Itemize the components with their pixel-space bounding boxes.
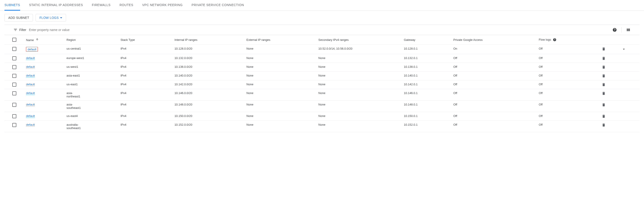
cell-external-ip: None [245,112,317,121]
subnet-name-link[interactable]: default [26,83,35,86]
cell-external-ip: None [245,54,317,63]
cell-stack-type: IPv4 [119,63,173,72]
subnet-name-link[interactable]: default [26,123,35,127]
subnets-table: Name Region Stack Type Internal IP range… [4,35,640,132]
row-checkbox[interactable] [12,74,16,78]
cell-stack-type: IPv4 [119,121,173,132]
filter-input[interactable] [29,27,610,33]
delete-icon[interactable] [602,65,618,69]
cell-gateway: 10.148.0.1 [402,100,452,112]
column-settings-icon[interactable] [626,28,630,32]
cell-secondary-ip: None [317,54,402,63]
action-bar: ADD SUBNET FLOW LOGS [0,11,644,25]
cell-internal-ip: 10.128.0.0/20 [173,45,244,54]
cell-flow-logs: Off [537,100,600,112]
row-checkbox[interactable] [12,123,16,127]
cell-external-ip: None [245,72,317,80]
row-checkbox[interactable] [12,56,16,60]
subnet-name-link[interactable]: default [26,65,35,69]
cell-pga: Off [452,80,537,89]
filter-icon [14,28,18,32]
cell-pga: Off [452,72,537,80]
cell-flow-logs: Off [537,89,600,100]
row-checkbox[interactable] [12,114,16,118]
table-row: default asia-east1 IPv4 10.140.0.0/20 No… [4,72,640,80]
cell-pga: Off [452,89,537,100]
cell-internal-ip: 10.150.0.0/20 [173,112,244,121]
tab-subnets[interactable]: SUBNETS [4,0,20,11]
cell-secondary-ip: None [317,80,402,89]
cell-gateway: 10.142.0.1 [402,80,452,89]
cell-external-ip: None [245,89,317,100]
delete-icon[interactable] [602,103,618,107]
cell-pga: Off [452,121,537,132]
subnet-name-link[interactable]: default [28,48,36,51]
cell-external-ip: None [245,121,317,132]
row-checkbox[interactable] [12,103,16,107]
select-all-checkbox[interactable] [12,38,16,42]
delete-icon[interactable] [602,83,618,87]
delete-icon[interactable] [602,47,618,51]
delete-icon[interactable] [602,56,618,60]
tab-routes[interactable]: ROUTES [120,0,133,11]
column-header-secondary-ip[interactable]: Secondary IPv4 ranges [317,35,402,45]
row-checkbox[interactable] [12,91,16,95]
row-checkbox[interactable] [12,65,16,69]
tab-static-internal-ip[interactable]: STATIC INTERNAL IP ADDRESSES [29,0,83,11]
cell-region: australia-southeast1 [65,121,119,132]
expand-row-icon[interactable] [622,47,638,51]
delete-icon[interactable] [602,114,618,118]
tab-vpc-peering[interactable]: VPC NETWORK PEERING [142,0,183,11]
cell-gateway: 10.150.0.1 [402,112,452,121]
row-checkbox[interactable] [12,83,16,87]
delete-icon[interactable] [602,74,618,78]
cell-gateway: 10.146.0.1 [402,89,452,100]
cell-region: us-east1 [65,80,119,89]
tab-firewalls[interactable]: FIREWALLS [92,0,110,11]
column-header-region[interactable]: Region [65,35,119,45]
table-header-row: Name Region Stack Type Internal IP range… [4,35,640,45]
filter-text: Filter [19,28,26,32]
table-row: default europe-west1 IPv4 10.132.0.0/20 … [4,54,640,63]
filter-label-group: Filter [14,28,26,32]
cell-name: default [24,100,65,112]
help-icon[interactable] [612,28,617,32]
cell-region: us-east4 [65,112,119,121]
cell-region: us-central1 [65,45,119,54]
row-checkbox[interactable] [12,47,16,51]
cell-stack-type: IPv4 [119,89,173,100]
subnet-name-link[interactable]: default [26,74,35,77]
column-header-name[interactable]: Name [24,35,65,45]
flow-logs-help-icon[interactable] [553,38,556,42]
cell-pga: Off [452,63,537,72]
column-header-internal-ip[interactable]: Internal IP ranges [173,35,244,45]
column-header-flow-logs[interactable]: Flow logs [537,35,600,45]
cell-name: default [24,63,65,72]
delete-icon[interactable] [602,123,618,127]
cell-flow-logs: Off [537,63,600,72]
subnet-name-link[interactable]: default [26,91,35,95]
add-subnet-button[interactable]: ADD SUBNET [4,14,33,22]
flow-logs-dropdown[interactable]: FLOW LOGS [36,14,66,22]
cell-flow-logs: Off [537,121,600,132]
cell-secondary-ip: None [317,89,402,100]
cell-flow-logs: Off [537,80,600,89]
cell-name: default [24,72,65,80]
table-row: default us-west1 IPv4 10.138.0.0/20 None… [4,63,640,72]
filter-bar: Filter [4,25,640,35]
cell-name: default [24,45,65,54]
column-header-stack-type[interactable]: Stack Type [119,35,173,45]
subnet-name-link[interactable]: default [26,56,35,60]
delete-icon[interactable] [602,91,618,95]
cell-pga: On [452,45,537,54]
column-header-external-ip[interactable]: External IP ranges [245,35,317,45]
subnet-name-link[interactable]: default [26,103,35,106]
cell-secondary-ip: 10.52.0.0/14, 10.56.0.0/20 [317,45,402,54]
column-header-gateway[interactable]: Gateway [402,35,452,45]
cell-region: asia-southeast1 [65,100,119,112]
subnet-name-link[interactable]: default [26,114,35,118]
tab-private-service-connection[interactable]: PRIVATE SERVICE CONNECTION [192,0,244,11]
table-row: default asia-southeast1 IPv4 10.148.0.0/… [4,100,640,112]
cell-secondary-ip: None [317,100,402,112]
column-header-pga[interactable]: Private Google Access [452,35,537,45]
